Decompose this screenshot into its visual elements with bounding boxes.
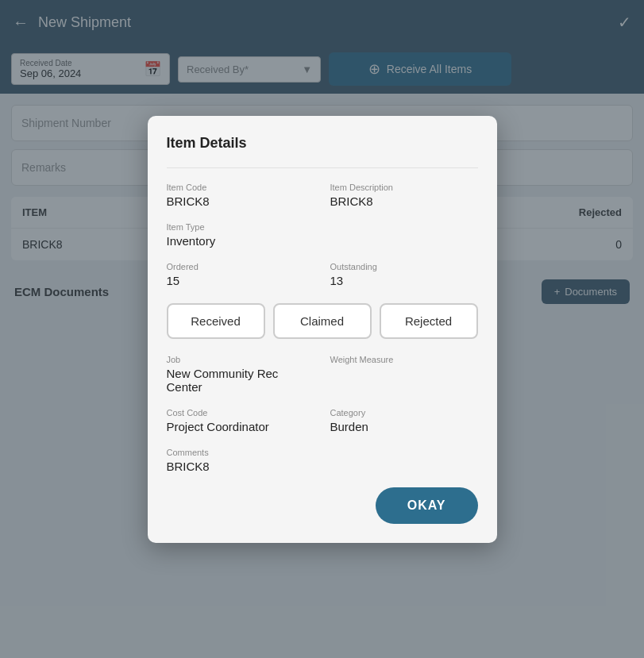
cost-code-col: Cost Code Project Coordinator [167,408,314,433]
item-description-label: Item Description [330,183,478,192]
comments-value: BRICK8 [167,460,478,473]
job-weight-row: Job New Community Rec Center Weight Meas… [167,355,478,394]
category-col: Category Burden [330,408,478,433]
outstanding-col: Outstanding 13 [330,262,478,287]
outstanding-value: 13 [330,274,478,287]
modal-overlay: Item Details Item Code BRICK8 Item Descr… [0,0,644,658]
ordered-outstanding-row: Ordered 15 Outstanding 13 [167,262,478,287]
comments-label: Comments [167,448,478,457]
item-type-label: Item Type [167,222,478,232]
okay-button[interactable]: OKAY [376,487,478,524]
job-value: New Community Rec Center [167,367,314,394]
received-button[interactable]: Received [167,303,265,339]
item-code-col: Item Code BRICK8 [167,183,314,208]
item-details-modal: Item Details Item Code BRICK8 Item Descr… [148,116,497,543]
ordered-value: 15 [167,274,314,287]
item-code-label: Item Code [167,183,314,192]
modal-title: Item Details [167,135,478,152]
item-description-col: Item Description BRICK8 [330,183,478,208]
item-description-value: BRICK8 [330,194,478,208]
category-value: Burden [330,420,478,433]
cost-code-label: Cost Code [167,408,314,418]
item-code-description-row: Item Code BRICK8 Item Description BRICK8 [167,183,478,208]
cost-category-row: Cost Code Project Coordinator Category B… [167,408,478,433]
comments-row: Comments BRICK8 [167,448,478,473]
weight-measure-col: Weight Measure [330,355,478,394]
item-type-value: Inventory [167,234,478,248]
divider-1 [167,167,478,168]
action-buttons-row: Received Claimed Rejected [167,303,478,339]
job-label: Job [167,355,314,364]
ordered-label: Ordered [167,262,314,271]
job-col: Job New Community Rec Center [167,355,314,394]
weight-measure-label: Weight Measure [330,355,478,364]
item-type-col: Item Type Inventory [167,222,478,248]
cost-code-value: Project Coordinator [167,420,314,433]
category-label: Category [330,408,478,418]
ordered-col: Ordered 15 [167,262,314,287]
item-code-value: BRICK8 [167,194,314,208]
claimed-button[interactable]: Claimed [273,303,372,339]
rejected-button[interactable]: Rejected [380,303,478,339]
comments-col: Comments BRICK8 [167,448,478,473]
outstanding-label: Outstanding [330,262,478,271]
item-type-row: Item Type Inventory [167,222,478,248]
